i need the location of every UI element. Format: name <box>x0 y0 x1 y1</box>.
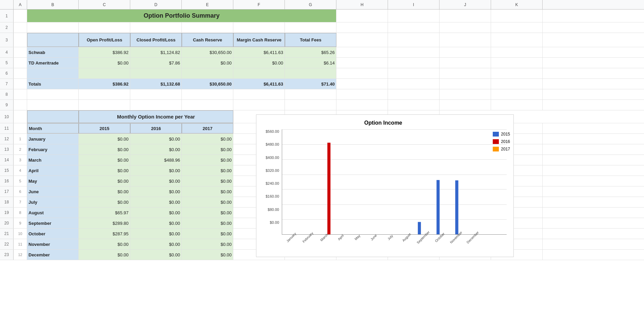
legend-color-2017 <box>493 147 499 151</box>
mar-2015: $0.00 <box>79 155 130 165</box>
aug-label: August <box>27 207 79 218</box>
summary-open-header: Open Profit/Loss <box>79 33 130 47</box>
col-header-k: K <box>491 0 543 9</box>
may-2015: $0.00 <box>79 176 130 186</box>
column-headers: A B C D E F G H I J K <box>0 0 644 10</box>
row-num-15: 15 <box>0 165 14 176</box>
totals-closed: $1,132.68 <box>130 79 182 89</box>
may-2017: $0.00 <box>182 176 233 186</box>
jul-2017: $0.00 <box>182 197 233 207</box>
row-num-9: 9 <box>0 100 14 110</box>
row-num-23: 23 <box>0 250 14 260</box>
feb-2016: $0.00 <box>130 144 182 155</box>
svg-rect-0 <box>327 143 330 234</box>
col-header-h: H <box>336 0 388 9</box>
row-num-19: 19 <box>0 207 14 218</box>
cell-1i[interactable] <box>388 10 440 22</box>
jul-label: July <box>27 197 79 207</box>
totals-cash: $30,650.00 <box>182 79 233 89</box>
x-label-may: May <box>354 234 361 241</box>
nov-2016: $0.00 <box>130 239 182 249</box>
y-label-480: $480.00 <box>266 142 279 146</box>
row-num-7: 7 <box>0 79 14 89</box>
row-num-5: 5 <box>0 58 14 68</box>
col-header-c: C <box>79 0 130 9</box>
y-label-560: $560.00 <box>266 129 279 133</box>
legend-2017: 2017 <box>493 147 510 151</box>
td-closed: $7.86 <box>130 58 182 68</box>
jul-2016: $0.00 <box>130 197 182 207</box>
y-label-320: $320.00 <box>266 168 279 173</box>
row-9: 9 <box>0 100 644 110</box>
jun-label: June <box>27 186 79 197</box>
feb-2017: $0.00 <box>182 144 233 155</box>
dec-label: December <box>27 250 79 260</box>
y-label-0: $0.00 <box>270 220 279 224</box>
row-num-21: 21 <box>0 229 14 239</box>
td-label: TD Ameritrade <box>27 58 79 68</box>
row-num-11: 11 <box>0 123 14 133</box>
y-label-160: $160.00 <box>266 194 279 198</box>
chart-x-labels: JanuaryFebruaryMarchAprilMayJuneJulyAugu… <box>282 236 480 256</box>
aug-2016: $0.00 <box>130 207 182 218</box>
mar-2017: $0.00 <box>182 155 233 165</box>
row-7: 7 Totals $386.92 $1,132.68 $30,650.00 $6… <box>0 79 644 89</box>
row-15-num: 4 <box>14 165 27 176</box>
svg-rect-2 <box>436 180 440 234</box>
row-14-num: 3 <box>14 155 27 165</box>
col-header-e: E <box>182 0 233 9</box>
row-4: 4 Schwab $386.92 $1,124.82 $30,650.00 $6… <box>0 47 644 58</box>
legend-color-2015 <box>493 132 499 137</box>
oct-2017: $0.00 <box>182 229 233 239</box>
jan-label: January <box>27 134 79 144</box>
row-13-num: 2 <box>14 144 27 155</box>
feb-label: February <box>27 144 79 155</box>
cell-1k[interactable] <box>491 10 543 22</box>
row-num-16: 16 <box>0 176 14 186</box>
row-num-18: 18 <box>0 197 14 207</box>
chart-title: Option Income <box>260 120 507 126</box>
oct-label: October <box>27 229 79 239</box>
x-label-april: April <box>337 234 345 241</box>
summary-label-header <box>27 33 79 47</box>
dec-2017: $0.00 <box>182 250 233 260</box>
jan-2017: $0.00 <box>182 134 233 144</box>
chart-y-axis: $560.00 $480.00 $400.00 $320.00 $240.00 … <box>260 129 282 235</box>
row-num-8: 8 <box>0 89 14 100</box>
col-header-a: A <box>14 0 27 9</box>
x-label-july: July <box>387 234 393 241</box>
totals-fees: $71.40 <box>285 79 336 89</box>
apr-label: April <box>27 165 79 176</box>
sep-label: September <box>27 218 79 228</box>
y-label-80: $80.00 <box>268 207 279 212</box>
row-num-2: 2 <box>0 22 14 33</box>
row-3: 3 Open Profit/Loss Closed Profit/Loss Ca… <box>0 33 644 47</box>
aug-2017: $0.00 <box>182 207 233 218</box>
chart-legend: 2015 2016 2017 <box>493 132 510 151</box>
apr-2016: $0.00 <box>130 165 182 176</box>
row-5: 5 TD Ameritrade $0.00 $7.86 $0.00 $0.00 … <box>0 58 644 68</box>
legend-label-2016: 2016 <box>501 139 510 144</box>
summary-closed-header: Closed Profit/Loss <box>130 33 182 47</box>
row-21-num: 10 <box>14 229 27 239</box>
spreadsheet-title: Option Portfolio Summary <box>27 10 336 22</box>
totals-open: $386.92 <box>79 79 130 89</box>
sep-2017: $0.00 <box>182 218 233 228</box>
y-label-400: $400.00 <box>266 156 279 160</box>
legend-2015: 2015 <box>493 132 510 137</box>
cell-1j[interactable] <box>440 10 491 22</box>
legend-color-2016 <box>493 139 499 144</box>
row-23-num: 12 <box>14 250 27 260</box>
sep-2015: $289.80 <box>79 218 130 228</box>
month-col-header: Month <box>27 123 79 133</box>
row-num-3: 3 <box>0 33 14 47</box>
jun-2017: $0.00 <box>182 186 233 197</box>
row-22-num: 11 <box>14 239 27 249</box>
oct-2015: $287.95 <box>79 229 130 239</box>
td-fees: $6.14 <box>285 58 336 68</box>
monthly-title: Monthly Option Income per Year <box>79 110 233 123</box>
cell-1h[interactable] <box>336 10 388 22</box>
cell-1a[interactable] <box>14 10 27 22</box>
row-8: 8 <box>0 89 644 100</box>
col-header-g: G <box>285 0 336 9</box>
